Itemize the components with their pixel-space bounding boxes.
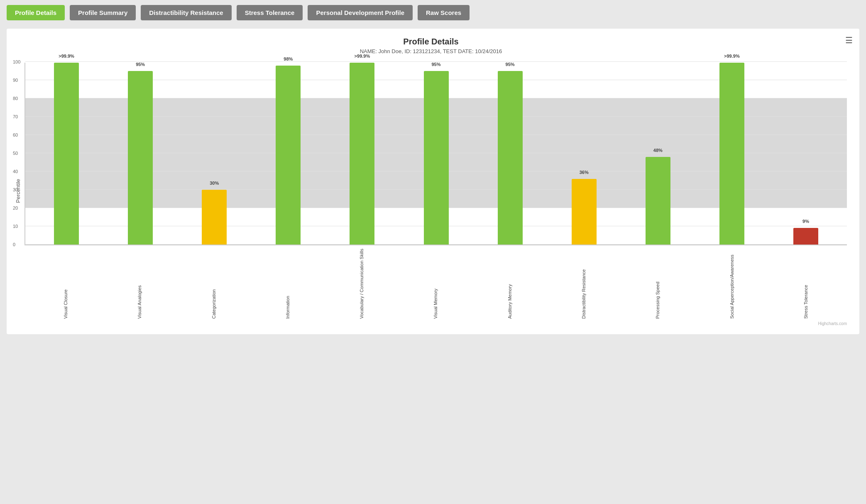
x-tick-label: Visual Closure	[63, 249, 68, 319]
x-labels-row: Visual ClosureVisual AnalogiesCategoriza…	[24, 245, 847, 319]
hamburger-menu-icon[interactable]: ☰	[845, 35, 853, 45]
bar-value-label: >99.9%	[59, 54, 74, 59]
bar-information: 98%	[276, 66, 301, 245]
bar-value-label: 36%	[580, 170, 589, 175]
bar-value-label: 95%	[506, 62, 515, 67]
chart-subtitle: NAME: John Doe, ID: 123121234, TEST DATE…	[15, 48, 847, 54]
bar-group: >99.9%	[29, 63, 103, 245]
y-tick-label: 50	[13, 151, 18, 156]
bar-group: 30%	[177, 63, 251, 245]
nav-btn-distractibility-resistance[interactable]: Distractibility Resistance	[141, 5, 231, 20]
nav-btn-stress-tolerance[interactable]: Stress Tolerance	[237, 5, 303, 20]
bar-value-label: >99.9%	[355, 54, 370, 59]
chart-inner: 0102030405060708090100>99.9%95%30%98%>99…	[24, 63, 847, 319]
x-label-cell: Social Apperception/Awareness	[695, 245, 768, 319]
bar-distractibility-resistance: 36%	[572, 179, 597, 245]
x-label-cell: Auditory Memory	[473, 245, 547, 319]
bar-auditory-memory: 95%	[498, 71, 523, 245]
y-tick-label: 10	[13, 224, 18, 229]
x-tick-label: Information	[285, 249, 290, 319]
y-tick-label: 80	[13, 96, 18, 101]
y-tick-label: 20	[13, 206, 18, 210]
top-navigation: Profile DetailsProfile SummaryDistractib…	[0, 0, 866, 25]
bar-group: 95%	[399, 63, 473, 245]
x-tick-label: Visual Memory	[433, 249, 438, 319]
x-label-cell: Vocabulary / Communication Skills	[325, 245, 399, 319]
bar-value-label: 95%	[432, 62, 441, 67]
bar-value-label: 48%	[653, 148, 663, 153]
y-tick-label: 100	[13, 59, 20, 64]
x-label-cell: Visual Closure	[29, 245, 103, 319]
nav-btn-personal-development-profile[interactable]: Personal Development Profile	[308, 5, 413, 20]
bar-social-apperception/awareness: >99.9%	[719, 63, 744, 245]
bar-stress-tolerance: 9%	[793, 228, 818, 245]
bar-vocabulary-/-communication-skills: >99.9%	[350, 63, 374, 245]
chart-title: Profile Details	[15, 37, 847, 46]
bar-value-label: 98%	[284, 56, 293, 61]
nav-btn-profile-details[interactable]: Profile Details	[7, 5, 65, 20]
bar-group: 9%	[769, 63, 843, 245]
y-tick-label: 30	[13, 187, 18, 192]
y-tick-label: 90	[13, 78, 18, 83]
chart-container: ☰ Profile Details NAME: John Doe, ID: 12…	[7, 29, 859, 334]
x-tick-label: Stress Tolerance	[803, 249, 808, 319]
x-label-cell: Visual Analogies	[103, 245, 176, 319]
highcharts-credit: Highcharts.com	[15, 321, 847, 326]
x-label-cell: Visual Memory	[399, 245, 472, 319]
x-label-cell: Information	[251, 245, 325, 319]
x-label-cell: Processing Speed	[621, 245, 695, 319]
x-label-cell: Categorization	[177, 245, 251, 319]
x-tick-label: Vocabulary / Communication Skills	[359, 249, 364, 319]
bar-group: 48%	[621, 63, 695, 245]
x-tick-label: Social Apperception/Awareness	[729, 249, 734, 319]
y-tick-label: 40	[13, 169, 18, 174]
bar-visual-memory: 95%	[424, 71, 449, 245]
x-tick-label: Processing Speed	[655, 249, 660, 319]
bar-value-label: 9%	[802, 219, 809, 224]
chart-plot-area: 0102030405060708090100>99.9%95%30%98%>99…	[24, 63, 847, 245]
x-tick-label: Categorization	[211, 249, 216, 319]
bar-value-label: >99.9%	[724, 54, 740, 59]
x-tick-label: Auditory Memory	[507, 249, 512, 319]
bar-visual-closure: >99.9%	[54, 63, 79, 245]
bar-processing-speed: 48%	[646, 157, 670, 245]
bars-container: >99.9%95%30%98%>99.9%95%95%36%48%>99.9%9…	[25, 63, 847, 245]
x-label-cell: Distractibility Resistance	[547, 245, 621, 319]
bar-group: 95%	[103, 63, 177, 245]
x-tick-label: Visual Analogies	[137, 249, 142, 319]
y-tick-label: 60	[13, 132, 18, 137]
bar-group: 36%	[547, 63, 621, 245]
bar-categorization: 30%	[202, 190, 227, 245]
nav-btn-raw-scores[interactable]: Raw Scores	[418, 5, 470, 20]
chart-area: Percentile 0102030405060708090100>99.9%9…	[15, 63, 847, 319]
y-tick-label: 70	[13, 114, 18, 119]
x-label-cell: Stress Tolerance	[769, 245, 843, 319]
bar-group: 98%	[251, 63, 325, 245]
nav-btn-profile-summary[interactable]: Profile Summary	[70, 5, 136, 20]
bar-group: >99.9%	[695, 63, 769, 245]
bar-value-label: 95%	[136, 62, 145, 67]
y-tick-label: 0	[13, 242, 15, 247]
bar-group: 95%	[473, 63, 547, 245]
x-tick-label: Distractibility Resistance	[581, 249, 586, 319]
bar-visual-analogies: 95%	[128, 71, 153, 245]
bar-value-label: 30%	[210, 181, 219, 186]
bar-group: >99.9%	[325, 63, 399, 245]
